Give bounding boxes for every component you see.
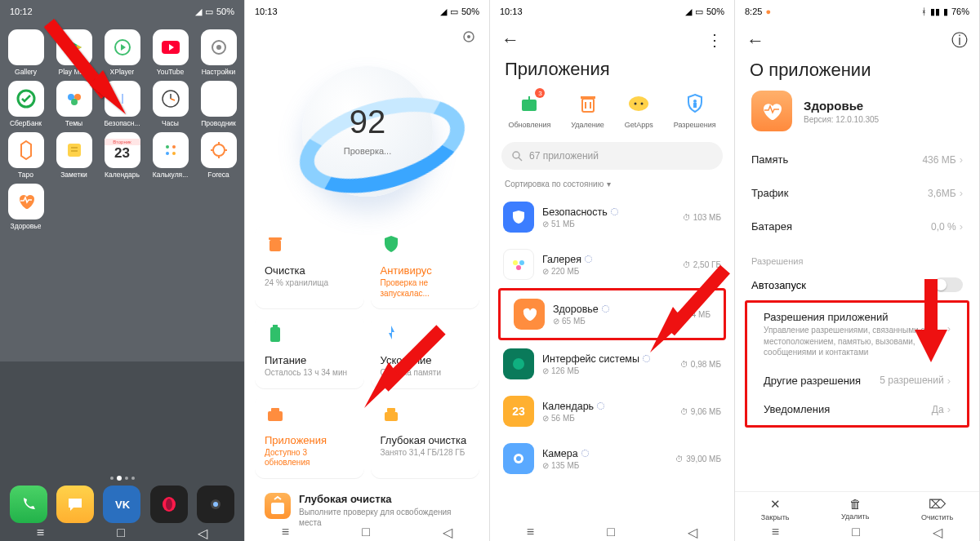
app-settings[interactable]: Настройки — [194, 29, 243, 76]
status-bar: 10:12 ◢ ▭ 50% — [0, 0, 244, 23]
battery-icon: ▮ — [943, 7, 948, 17]
svg-rect-42 — [269, 237, 282, 240]
bottom-actions: ✕Закрыть 🗑Удалить ⌦Очистить — [735, 491, 979, 521]
app-files[interactable]: Проводник — [194, 81, 243, 127]
app-themes[interactable]: Темы — [50, 81, 98, 127]
tile-getapps[interactable]: GetApps — [625, 91, 653, 129]
stats-icon: ⏱ — [680, 407, 688, 416]
row-notifications[interactable]: Уведомления Да› — [747, 395, 967, 423]
page-dots — [0, 477, 244, 481]
svg-point-65 — [516, 265, 521, 270]
svg-rect-20 — [212, 93, 219, 96]
nav-home-icon[interactable]: □ — [362, 525, 370, 539]
row-battery[interactable]: Батарея0,0 %› — [735, 210, 979, 243]
stats-icon: ⏱ — [675, 455, 684, 463]
chevron-right-icon: › — [960, 220, 963, 233]
back-button[interactable]: ← — [501, 29, 519, 51]
btn-uninstall[interactable]: 🗑Удалить — [841, 497, 869, 521]
dock-camera[interactable] — [197, 486, 234, 523]
tile-perms[interactable]: Разрешения — [674, 91, 716, 129]
score-orb[interactable]: 92 Проверка... — [245, 46, 490, 217]
nav-menu-icon[interactable]: ≡ — [527, 525, 534, 539]
app-health[interactable]: Здоровье — [2, 184, 50, 230]
card-antivirus[interactable]: Антивирус Проверка не запускалас... — [371, 225, 480, 308]
app-header: Здоровье Версия: 12.0.10.305 — [735, 86, 979, 143]
app-play[interactable]: Play Ма... — [50, 29, 98, 76]
row-camera[interactable]: Камера⊘135 МБ ⏱39,00 МБ — [490, 435, 734, 482]
tile-updates[interactable]: 3 Обновления — [508, 91, 550, 129]
row-traffic[interactable]: Трафик3,6МБ› — [735, 176, 979, 210]
nav-back-icon[interactable]: ◁ — [198, 525, 207, 541]
close-icon: ✕ — [770, 497, 781, 512]
battery-outline-icon: ▭ — [205, 7, 213, 17]
svg-rect-49 — [271, 503, 284, 514]
app-taro[interactable]: Таро — [2, 132, 50, 179]
app-name: Здоровье — [804, 99, 879, 113]
dock-phone[interactable] — [10, 486, 47, 523]
svg-marker-7 — [121, 44, 126, 51]
app-calc[interactable]: Калькуля... — [146, 132, 194, 179]
nav-home-icon[interactable]: □ — [117, 525, 125, 540]
battery-text: 50% — [216, 7, 234, 16]
page-title: Приложения — [490, 54, 734, 85]
btn-close[interactable]: ✕Закрыть — [761, 497, 790, 521]
app-info: 8:25 ● ᚼ▮▮▮76% ← ⓘ О приложении Здоровье… — [735, 0, 980, 541]
svg-marker-70 — [915, 330, 947, 362]
nav-back-icon[interactable]: ◁ — [933, 525, 942, 540]
nav-back-icon[interactable]: ◁ — [443, 525, 452, 540]
nav-back-icon[interactable]: ◁ — [688, 525, 697, 540]
btn-clear[interactable]: ⌦Очистить — [921, 497, 953, 521]
app-youtube[interactable]: YouTube — [146, 29, 194, 76]
nav-bar: ≡ □ ◁ — [0, 525, 244, 541]
row-security[interactable]: Безопасность⊘51 МБ ⏱103 МБ — [490, 193, 734, 241]
app-foreca[interactable]: Foreca — [194, 132, 243, 179]
tutorial-arrow-icon — [902, 274, 960, 372]
app-security[interactable]: Безопасн... — [98, 81, 146, 127]
dock-sms[interactable] — [56, 486, 94, 523]
clock-text: 8:25 — [745, 7, 762, 16]
nav-home-icon[interactable]: □ — [852, 525, 860, 539]
app-notes[interactable]: Заметки — [50, 132, 98, 179]
dock-opera[interactable] — [150, 486, 188, 523]
row-memory[interactable]: Память436 МБ› — [735, 143, 979, 176]
svg-point-15 — [71, 99, 78, 105]
nav-menu-icon[interactable]: ≡ — [282, 525, 289, 539]
app-sberbank[interactable]: СберБанк — [2, 81, 50, 127]
more-button[interactable]: ⋮ — [706, 30, 723, 50]
security-app: 10:13 ◢▭50% 92 Проверка... Очистка 24 % … — [245, 0, 490, 541]
svg-marker-5 — [77, 45, 82, 50]
svg-point-40 — [467, 35, 470, 38]
svg-rect-44 — [273, 325, 278, 327]
app-xplayer[interactable]: XPlayer — [98, 29, 146, 76]
svg-point-24 — [166, 145, 169, 149]
storage-icon: ⊘ — [542, 461, 549, 470]
settings-button[interactable] — [460, 28, 478, 46]
row-calendar[interactable]: 23 Календарь⊘56 МБ ⏱9,06 МБ — [490, 388, 734, 435]
search-input[interactable]: 67 приложений — [501, 142, 723, 170]
info-button[interactable]: ⓘ — [951, 29, 968, 51]
svg-point-58 — [641, 103, 644, 105]
svg-point-28 — [213, 144, 225, 156]
nav-menu-icon[interactable]: ≡ — [772, 525, 779, 539]
card-cleanup[interactable]: Очистка 24 % хранилища — [255, 225, 364, 308]
storage-icon: ⊘ — [553, 317, 559, 326]
chevron-right-icon: › — [947, 375, 951, 387]
back-button[interactable]: ← — [746, 30, 764, 51]
svg-point-57 — [635, 103, 637, 105]
card-apps[interactable]: Приложения Доступно 3 обновления — [255, 395, 364, 478]
svg-point-11 — [216, 45, 221, 50]
tile-uninstall[interactable]: Удаление — [571, 91, 604, 129]
card-power[interactable]: Питание Осталось 13 ч 34 мин — [255, 315, 364, 388]
app-clock[interactable]: Часы — [146, 81, 194, 127]
nav-home-icon[interactable]: □ — [607, 525, 615, 539]
svg-point-64 — [519, 260, 524, 265]
app-calendar[interactable]: Вторник23Календарь — [98, 132, 146, 179]
tutorial-arrow-icon — [647, 261, 735, 359]
app-gallery[interactable]: Gallery — [2, 29, 50, 76]
dock-vk[interactable]: VK — [103, 486, 140, 523]
nav-menu-icon[interactable]: ≡ — [37, 525, 44, 540]
sort-dropdown[interactable]: Сортировка по состоянию▾ — [490, 178, 734, 193]
notification-dot-icon: ● — [765, 7, 771, 16]
svg-marker-0 — [20, 46, 29, 54]
section-label: Разрешения — [735, 243, 979, 269]
